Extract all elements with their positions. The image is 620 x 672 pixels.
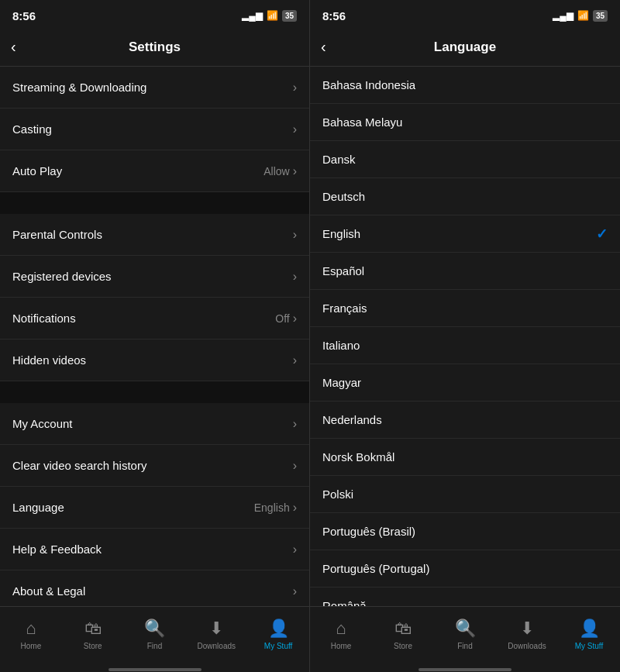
settings-section-2: Parental Controls › Registered devices ›… (0, 214, 309, 381)
settings-item-registered[interactable]: Registered devices › (0, 256, 309, 298)
nav-home-right[interactable]: ⌂ Home (310, 619, 372, 650)
settings-item-casting[interactable]: Casting › (0, 109, 309, 150)
nav-downloads-right[interactable]: ⬇ Downloads (496, 619, 558, 650)
nav-store-right[interactable]: 🛍 Store (372, 619, 434, 650)
about-label: About & Legal (12, 584, 85, 598)
signal-icon-left: ▂▄▆ (242, 10, 263, 21)
lang-name-francais: Français (322, 302, 367, 315)
downloads-icon-left: ⬇ (209, 619, 223, 639)
bottom-nav-left: ⌂ Home 🛍 Store 🔍 Find ⬇ Downloads 👤 My S… (0, 606, 309, 668)
lang-item-english[interactable]: English ✓ (310, 215, 620, 253)
lang-item-francais[interactable]: Français (310, 290, 620, 327)
language-title: Language (434, 40, 496, 55)
settings-item-myaccount[interactable]: My Account › (0, 403, 309, 445)
home-icon-right: ⌂ (336, 619, 346, 639)
nav-downloads-left[interactable]: ⬇ Downloads (185, 619, 247, 650)
hidden-chevron: › (293, 353, 297, 367)
battery-right: 35 (593, 10, 608, 22)
settings-item-clearhistory[interactable]: Clear video search history › (0, 445, 309, 487)
settings-header: ‹ Settings (0, 28, 309, 67)
settings-item-hidden[interactable]: Hidden videos › (0, 339, 309, 381)
status-time-right: 8:56 (322, 9, 346, 22)
about-chevron: › (293, 584, 297, 598)
lang-item-italiano[interactable]: Italiano (310, 327, 620, 364)
lang-item-dansk[interactable]: Dansk (310, 141, 620, 178)
notifications-chevron: › (293, 312, 297, 326)
find-icon-right: 🔍 (455, 619, 476, 639)
hidden-right: › (293, 353, 297, 367)
lang-item-magyar[interactable]: Magyar (310, 364, 620, 401)
settings-section-1: Streaming & Downloading › Casting › Auto… (0, 67, 309, 192)
lang-name-bahasa-melayu: Bahasa Melayu (322, 115, 402, 129)
nav-store-left[interactable]: 🛍 Store (62, 619, 124, 650)
parental-right: › (293, 228, 297, 242)
english-checkmark: ✓ (596, 226, 608, 243)
lang-item-portugues-brasil[interactable]: Português (Brasil) (310, 513, 620, 550)
settings-list: Streaming & Downloading › Casting › Auto… (0, 67, 309, 606)
status-bar-right: 8:56 ▂▄▆ 📶 35 (310, 0, 620, 28)
status-bar-left: 8:56 ▂▄▆ 📶 35 (0, 0, 309, 28)
notifications-label: Notifications (12, 312, 76, 325)
nav-find-right[interactable]: 🔍 Find (434, 619, 496, 650)
lang-item-espanol[interactable]: Español (310, 253, 620, 290)
lang-item-polski[interactable]: Polski (310, 476, 620, 513)
myaccount-label: My Account (12, 417, 73, 430)
autoplay-right: Allow › (264, 164, 297, 178)
store-label-left: Store (84, 642, 102, 650)
wifi-icon-left: 📶 (267, 10, 278, 21)
store-icon-right: 🛍 (394, 619, 412, 639)
mystuff-label-right: My Stuff (575, 642, 604, 650)
lang-item-bahasa-indonesia[interactable]: Bahasa Indonesia (310, 67, 620, 104)
clearhistory-right: › (293, 459, 297, 473)
streaming-right: › (293, 81, 297, 95)
settings-item-streaming[interactable]: Streaming & Downloading › (0, 67, 309, 109)
language-list: Bahasa Indonesia Bahasa Melayu Dansk Deu… (310, 67, 620, 606)
casting-chevron: › (293, 122, 297, 136)
mystuff-icon-right: 👤 (579, 619, 600, 639)
home-label-left: Home (21, 642, 42, 650)
lang-item-nederlands[interactable]: Nederlands (310, 401, 620, 439)
settings-item-parental[interactable]: Parental Controls › (0, 214, 309, 256)
nav-find-left[interactable]: 🔍 Find (124, 619, 186, 650)
streaming-label: Streaming & Downloading (12, 81, 146, 94)
home-bar-right (418, 668, 512, 671)
parental-chevron: › (293, 228, 297, 242)
lang-item-romana[interactable]: Română (310, 588, 620, 606)
settings-item-notifications[interactable]: Notifications Off › (0, 298, 309, 339)
casting-right: › (293, 122, 297, 136)
settings-item-about[interactable]: About & Legal › (0, 570, 309, 606)
language-back-button[interactable]: ‹ (321, 38, 326, 56)
nav-home-left[interactable]: ⌂ Home (0, 619, 62, 650)
section-gap-2 (0, 381, 309, 403)
section-gap-1 (0, 192, 309, 214)
registered-right: › (293, 270, 297, 284)
mystuff-label-left: My Stuff (264, 642, 293, 650)
settings-item-autoplay[interactable]: Auto Play Allow › (0, 150, 309, 192)
lang-item-bahasa-melayu[interactable]: Bahasa Melayu (310, 104, 620, 141)
downloads-icon-right: ⬇ (520, 619, 534, 639)
notifications-right: Off › (275, 312, 297, 326)
lang-item-portugues-portugal[interactable]: Português (Portugal) (310, 550, 620, 588)
nav-mystuff-right[interactable]: 👤 My Stuff (558, 619, 620, 650)
lang-item-deutsch[interactable]: Deutsch (310, 178, 620, 215)
settings-item-help[interactable]: Help & Feedback › (0, 529, 309, 570)
help-right: › (293, 543, 297, 557)
settings-item-language[interactable]: Language English › (0, 487, 309, 529)
signal-icon-right: ▂▄▆ (553, 10, 574, 21)
about-right: › (293, 584, 297, 598)
nav-mystuff-left[interactable]: 👤 My Stuff (247, 619, 309, 650)
home-bar-left (108, 668, 202, 671)
streaming-chevron: › (293, 81, 297, 95)
lang-name-italiano: Italiano (322, 339, 360, 352)
find-icon-left: 🔍 (144, 619, 165, 639)
home-indicator-left (0, 668, 309, 672)
registered-label: Registered devices (12, 270, 112, 283)
home-label-right: Home (331, 642, 352, 650)
lang-name-dansk: Dansk (322, 153, 356, 166)
settings-back-button[interactable]: ‹ (11, 38, 16, 56)
clearhistory-label: Clear video search history (12, 459, 146, 472)
settings-title: Settings (129, 40, 181, 55)
lang-item-norsk[interactable]: Norsk Bokmål (310, 439, 620, 476)
lang-name-romana: Română (322, 599, 367, 606)
lang-name-norsk: Norsk Bokmål (322, 450, 394, 464)
